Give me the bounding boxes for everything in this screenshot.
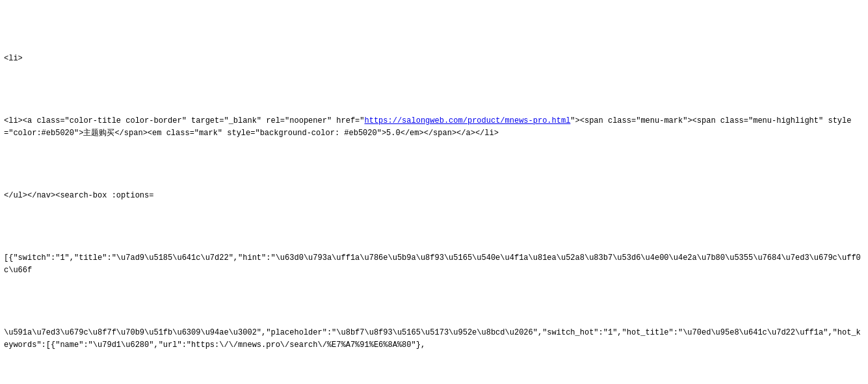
code-line: </ul></nav><search-box :options=	[4, 190, 864, 202]
code-line: <li>	[4, 53, 864, 65]
code-view: <li> <li><a class="color-title color-bor…	[0, 0, 868, 384]
code-line: [{"switch":"1","title":"\u7ad9\u5185\u64…	[4, 252, 864, 277]
code-line: <li><a class="color-title color-border" …	[4, 115, 864, 140]
code-line: \u591a\u7ed3\u679c\u8f7f\u70b9\u51fb\u63…	[4, 327, 864, 352]
